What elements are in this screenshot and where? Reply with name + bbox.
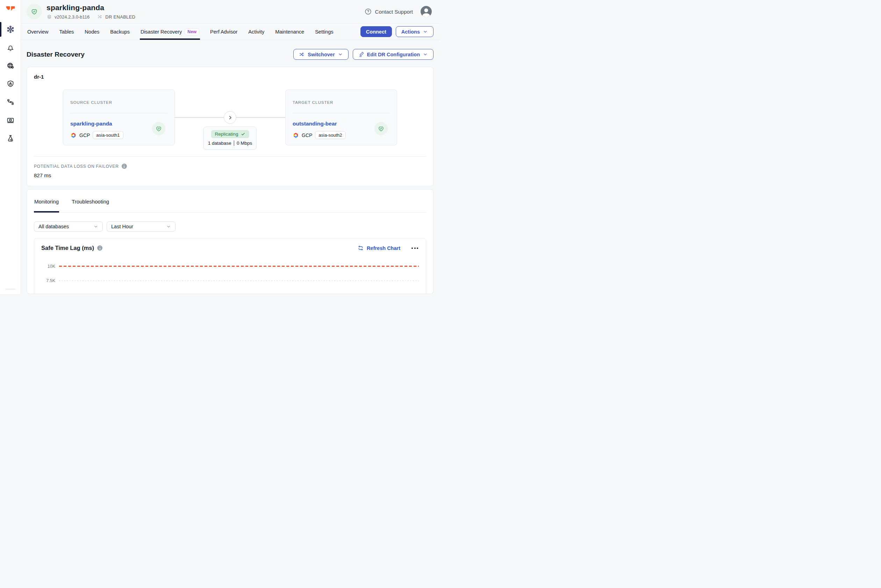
target-region-pill: asia-south2 [315,131,345,139]
edit-dr-configuration-button[interactable]: Edit DR Configuration [353,49,434,60]
alerts-bell-icon [6,44,15,52]
replication-direction-badge [224,111,236,124]
pencil-icon [358,51,364,57]
switchover-button[interactable]: Switchover [293,49,348,60]
source-cluster-heading: SOURCE CLUSTER [70,100,167,105]
cluster-tabbar: Overview Tables Nodes Backups Disaster R… [21,23,440,40]
monitoring-card: Monitoring Troubleshooting All databases… [27,189,434,294]
tab-troubleshooting[interactable]: Troubleshooting [71,196,110,213]
tick-row-7-5k: 7.5K [41,273,419,288]
yugabyte-logo[interactable] [0,0,21,20]
sidebar-item-alerts[interactable] [0,39,21,57]
data-loss-value: 827 ms [34,172,426,178]
tab-activity[interactable]: Activity [248,23,265,40]
time-range-select[interactable]: Last Hour [107,221,176,232]
dr-card-divider [34,156,426,157]
page-title: Disaster Recovery [27,51,85,58]
chevron-down-icon [423,29,428,34]
integrations-topology-icon [6,98,15,106]
y-tick-label: 7.5K [41,278,55,283]
heart-check-icon [378,125,384,132]
sidebar-item-clusters[interactable] [0,20,21,39]
source-provider-name: GCP [80,132,90,138]
y-tick-label: 10K [41,264,55,269]
chart-title: Safe Time Lag (ms) [41,245,94,251]
billing-icon [6,116,15,124]
cluster-meta-row: v2024.2.3.0-b116 DR ENABLED [47,14,135,20]
sidebar-item-integrations[interactable] [0,93,21,111]
source-cluster-link[interactable]: sparkling-panda [70,121,112,127]
target-cluster-heading: TARGET CLUSTER [293,100,390,105]
sidebar-item-network[interactable] [0,57,21,75]
dr-config-card: dr-1 SOURCE CLUSTER sparkling-panda [27,67,434,186]
refresh-chart-button[interactable]: Refresh Chart [358,245,400,251]
info-icon[interactable] [122,164,127,169]
cluster-title-block: sparkling-panda v2024.2.3.0-b116 DR E [47,3,135,20]
sidebar-item-security[interactable] [0,75,21,93]
page-head: Disaster Recovery Switchover Edit DR Con… [21,40,440,67]
sidebar-bottom-divider [5,289,15,290]
topbar: sparkling-panda v2024.2.3.0-b116 DR E [21,0,440,23]
tab-monitoring[interactable]: Monitoring [34,196,59,213]
security-shield-lock-icon [6,80,15,88]
chart-filters: All databases Last Hour [34,221,426,232]
tab-tables[interactable]: Tables [59,23,75,40]
cluster-health-badge [27,4,42,19]
gridline-7-5k [59,280,419,281]
tab-backups[interactable]: Backups [110,23,131,40]
potential-data-loss: POTENTIAL DATA LOSS ON FAILOVER 827 ms [34,164,426,178]
chart-header: Safe Time Lag (ms) Refresh Chart [41,245,419,251]
chevron-right-icon [228,115,233,120]
replication-detail: 1 database 0 Mbps [208,141,252,146]
dr-enabled-label: DR ENABLED [105,14,135,20]
chart-menu-button[interactable] [411,246,419,250]
check-icon [240,132,245,136]
tick-row-10k: 10K [41,259,419,273]
chevron-down-icon [93,224,98,229]
safe-time-lag-chart-card: Safe Time Lag (ms) Refresh Chart [34,238,426,294]
tab-settings[interactable]: Settings [314,23,334,40]
time-range-select-value: Last Hour [111,224,133,230]
replication-status-pill: Replicating [211,130,249,138]
database-select-value: All databases [39,224,69,230]
clusters-icon [6,25,15,33]
replication-database-count: 1 database [208,141,231,146]
actions-button[interactable]: Actions [396,26,434,37]
chevron-down-icon [423,52,428,57]
tab-perf-advisor[interactable]: Perf Advisor [209,23,238,40]
heart-check-icon [155,125,162,132]
contact-support-button[interactable]: Contact Support [364,8,413,15]
new-badge: New [185,28,199,35]
source-region-pill: asia-south1 [93,131,123,139]
yugabyte-logo-icon [5,5,16,15]
sidebar-item-labs[interactable] [0,129,21,147]
target-cluster-link[interactable]: outstanding-bear [293,121,337,127]
dr-config-name: dr-1 [34,74,426,80]
info-icon[interactable] [97,245,102,250]
tab-disaster-recovery[interactable]: Disaster Recovery New [140,23,200,40]
gcp-icon [70,132,77,138]
network-globe-gear-icon [6,62,15,70]
refresh-icon [358,245,363,251]
target-provider-name: GCP [302,132,312,138]
sidebar-item-billing[interactable] [0,111,21,129]
tab-nodes[interactable]: Nodes [84,23,100,40]
dr-enabled-meta: DR ENABLED [97,14,135,20]
chevron-down-icon [166,224,171,229]
data-loss-label: POTENTIAL DATA LOSS ON FAILOVER [34,164,119,169]
tab-overview[interactable]: Overview [27,23,49,40]
connect-button[interactable]: Connect [360,26,392,37]
version-meta: v2024.2.3.0-b116 [47,14,90,20]
source-cluster-box: SOURCE CLUSTER sparkling-panda GCP asia-… [63,90,175,146]
shuffle-icon [97,14,103,20]
source-health-badge [152,122,165,135]
replication-throughput: 0 Mbps [237,141,252,146]
gcp-icon [293,132,299,138]
heart-check-icon [30,8,38,15]
help-circle-icon [364,8,372,15]
tab-maintenance[interactable]: Maintenance [275,23,305,40]
replication-connector: Replicating 1 database 0 Mbps [175,90,285,146]
cluster-name-title: sparkling-panda [47,3,135,12]
user-avatar[interactable] [420,6,432,17]
database-select[interactable]: All databases [34,221,103,232]
